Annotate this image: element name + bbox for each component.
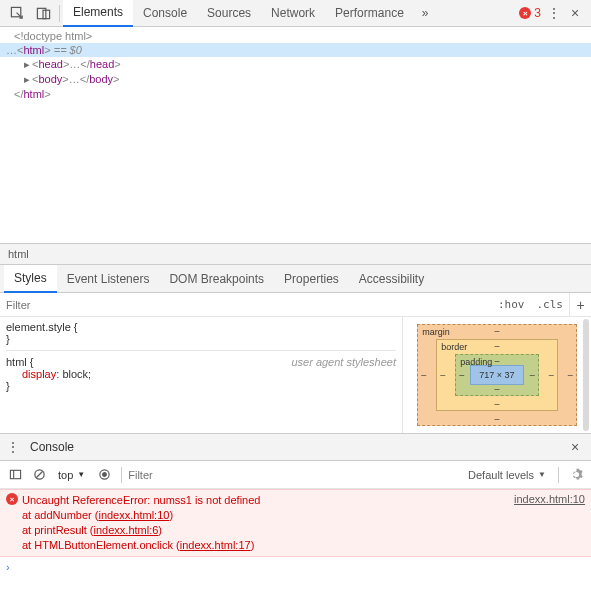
execution-context-select[interactable]: top▼ xyxy=(52,469,91,481)
subtab-properties[interactable]: Properties xyxy=(274,265,349,293)
chevron-down-icon: ▼ xyxy=(77,470,85,479)
margin-label: margin xyxy=(422,327,450,337)
devtools-top-toolbar: Elements Console Sources Network Perform… xyxy=(0,0,591,27)
margin-left: – xyxy=(421,370,426,380)
padding-top: – xyxy=(494,356,499,366)
tab-sources[interactable]: Sources xyxy=(197,0,261,27)
stack-frame-1: at addNumber (indexx.html:10) xyxy=(22,508,508,523)
content-dimensions: 717 × 37 xyxy=(470,365,523,385)
svg-point-8 xyxy=(102,473,106,477)
border-label: border xyxy=(441,342,467,352)
toolbar-separator xyxy=(558,467,559,483)
subtab-event-listeners[interactable]: Event Listeners xyxy=(57,265,160,293)
tab-performance[interactable]: Performance xyxy=(325,0,414,27)
styles-body: element.style { } user agent stylesheeth… xyxy=(0,317,591,433)
live-expression-icon[interactable] xyxy=(93,464,115,486)
padding-label: padding xyxy=(460,357,492,367)
main-tabs: Elements Console Sources Network Perform… xyxy=(63,0,515,27)
toolbar-divider xyxy=(59,5,60,22)
hov-toggle[interactable]: :hov xyxy=(492,298,531,311)
error-location-link[interactable]: indexx.html:10 xyxy=(508,493,585,553)
dom-html-open[interactable]: …<html> == $0 xyxy=(0,43,591,57)
css-prop-display[interactable]: display: block; xyxy=(6,368,396,380)
box-model[interactable]: margin – – – – border – – – – padding – … xyxy=(403,317,591,433)
border-right: – xyxy=(549,370,554,380)
border-top: – xyxy=(494,341,499,351)
console-toolbar: top▼ Default levels▼ xyxy=(0,461,591,489)
padding-left: – xyxy=(459,370,464,380)
breadcrumb-bar[interactable]: html xyxy=(0,243,591,265)
console-settings-gear-icon[interactable] xyxy=(565,464,587,486)
drawer-menu-icon[interactable]: ⋮ xyxy=(4,439,22,455)
stack-link-1[interactable]: indexx.html:10 xyxy=(98,509,169,521)
subtab-styles[interactable]: Styles xyxy=(4,265,57,293)
drawer-tab-console[interactable]: Console xyxy=(22,440,82,454)
error-count: 3 xyxy=(534,6,541,20)
cls-toggle[interactable]: .cls xyxy=(531,298,570,311)
error-badge[interactable]: × 3 xyxy=(515,6,545,20)
console-filter-input[interactable] xyxy=(128,469,266,481)
stack-link-2[interactable]: indexx.html:6 xyxy=(94,524,159,536)
stack-frame-3: at HTMLButtonElement.onclick (indexx.htm… xyxy=(22,538,508,553)
stack-link-3[interactable]: indexx.html:17 xyxy=(180,539,251,551)
dom-body[interactable]: ▸<body>…</body> xyxy=(0,72,591,87)
console-prompt[interactable]: › xyxy=(0,557,591,577)
element-style-selector[interactable]: element.style { xyxy=(6,321,396,333)
console-drawer-header: ⋮ Console × xyxy=(0,433,591,461)
dom-doctype[interactable]: <!doctype html> xyxy=(0,29,591,43)
chevron-down-icon: ▼ xyxy=(538,470,546,479)
console-sidebar-toggle-icon[interactable] xyxy=(4,464,26,486)
html-rule-header[interactable]: user agent stylesheethtml { xyxy=(6,356,396,368)
margin-top: – xyxy=(494,326,499,336)
styles-filter-input[interactable] xyxy=(0,295,492,315)
tab-console[interactable]: Console xyxy=(133,0,197,27)
element-style-close: } xyxy=(6,333,396,345)
tab-network[interactable]: Network xyxy=(261,0,325,27)
border-left: – xyxy=(440,370,445,380)
subtab-accessibility[interactable]: Accessibility xyxy=(349,265,434,293)
dom-head[interactable]: ▸<head>…</head> xyxy=(0,57,591,72)
styles-filter-bar: :hov .cls + xyxy=(0,293,591,317)
clear-console-icon[interactable] xyxy=(28,464,50,486)
close-drawer-icon[interactable]: × xyxy=(563,439,587,455)
close-devtools-icon[interactable]: × xyxy=(563,5,587,21)
svg-rect-3 xyxy=(10,470,20,478)
kebab-menu-icon[interactable]: ⋮ xyxy=(545,5,563,21)
console-error-entry[interactable]: × Uncaught ReferenceError: numss1 is not… xyxy=(0,489,591,557)
error-message-text: Uncaught ReferenceError: numss1 is not d… xyxy=(22,493,508,508)
error-icon: × xyxy=(6,493,18,505)
inspect-element-icon[interactable] xyxy=(4,0,30,26)
scrollbar-thumb[interactable] xyxy=(583,319,589,431)
border-bottom: – xyxy=(494,399,499,409)
new-style-rule-icon[interactable]: + xyxy=(569,293,591,317)
styles-subtabs: Styles Event Listeners DOM Breakpoints P… xyxy=(0,265,591,293)
toolbar-separator xyxy=(121,467,122,483)
margin-right: – xyxy=(568,370,573,380)
margin-bottom: – xyxy=(494,414,499,424)
padding-bottom: – xyxy=(494,384,499,394)
styles-rules[interactable]: element.style { } user agent stylesheeth… xyxy=(0,317,403,433)
padding-right: – xyxy=(530,370,535,380)
svg-line-6 xyxy=(36,471,43,478)
log-levels-select[interactable]: Default levels▼ xyxy=(462,469,552,481)
dom-html-close[interactable]: </html> xyxy=(0,87,591,101)
stack-frame-2: at printResult (indexx.html:6) xyxy=(22,523,508,538)
tab-elements[interactable]: Elements xyxy=(63,0,133,27)
html-rule-close: } xyxy=(6,380,396,392)
console-messages: × Uncaught ReferenceError: numss1 is not… xyxy=(0,489,591,615)
breadcrumb-item[interactable]: html xyxy=(8,248,29,260)
error-circle-icon: × xyxy=(519,7,531,19)
more-tabs-chevron-icon[interactable]: » xyxy=(414,6,437,20)
dom-tree[interactable]: <!doctype html> …<html> == $0 ▸<head>…</… xyxy=(0,27,591,243)
device-toolbar-icon[interactable] xyxy=(30,0,56,26)
subtab-dom-breakpoints[interactable]: DOM Breakpoints xyxy=(159,265,274,293)
